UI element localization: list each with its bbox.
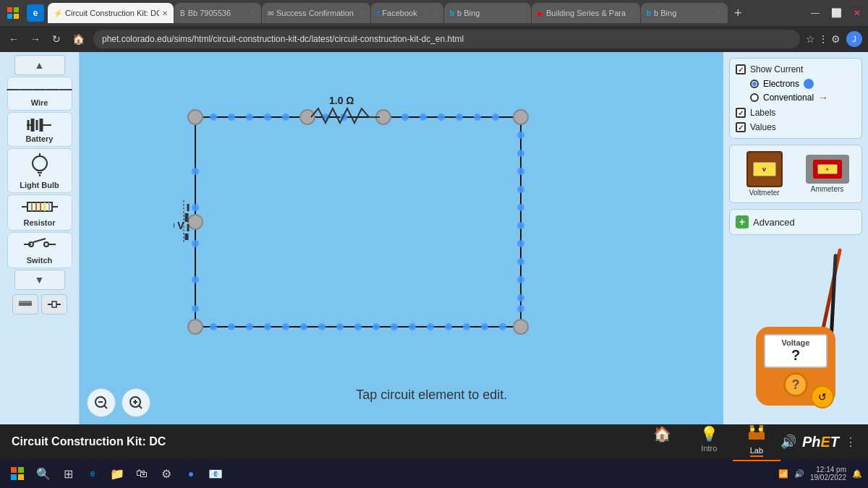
taskbar-task-view[interactable]: ⊞ (58, 463, 78, 484)
favorites-button[interactable]: ☆ (806, 33, 815, 45)
svg-point-70 (373, 323, 380, 330)
tab-close-bing2[interactable]: ✕ (716, 9, 722, 17)
svg-point-50 (517, 132, 524, 139)
tab-label-building: Building Series & Parallel Circ... (546, 9, 626, 17)
tab-facebook[interactable]: f Facebook ✕ (371, 3, 443, 23)
ammeters-item[interactable]: A Ammeters (799, 155, 856, 193)
svg-rect-111 (11, 474, 17, 480)
tab-close-fb[interactable]: ✕ (432, 9, 438, 17)
show-current-row[interactable]: Show Current (736, 64, 856, 74)
tab-favicon-building: ▶ (537, 9, 543, 17)
sound-icon[interactable]: 🔊 (780, 434, 796, 450)
voltmeter-item[interactable]: V Voltmeter (736, 151, 793, 197)
taskbar-edge[interactable]: e (82, 463, 103, 484)
zoom-in-button[interactable] (122, 388, 150, 417)
tab-close-success[interactable]: ✕ (359, 9, 365, 17)
taskbar-search-button[interactable]: 🔍 (33, 463, 54, 484)
scroll-up-button[interactable]: ▲ (14, 55, 65, 75)
app-title: Circuit Construction Kit: DC (12, 435, 639, 448)
tab-bing1[interactable]: b b Bing ✕ (444, 3, 531, 23)
lab-label: Lab (750, 446, 763, 457)
conventional-radio[interactable] (750, 93, 759, 102)
profile-avatar[interactable]: J (846, 31, 862, 47)
taskbar-files[interactable]: 📁 (107, 463, 127, 484)
tab-close-bb[interactable]: ✕ (250, 9, 255, 17)
battery-icon (27, 117, 53, 133)
labels-checkbox[interactable] (736, 108, 746, 118)
address-input[interactable] (93, 30, 800, 48)
more-button[interactable]: ⋮ (845, 435, 856, 449)
svg-point-51 (517, 150, 524, 157)
lab-icon (747, 425, 766, 445)
switch-icon (24, 237, 56, 254)
taskbar-start-button[interactable] (6, 462, 29, 485)
bottom-tab-home[interactable]: 🏠 (639, 422, 686, 461)
electrons-label: Electrons (763, 79, 799, 89)
minimize-button[interactable]: — (807, 7, 824, 20)
home-button[interactable]: 🏠 (69, 32, 88, 46)
sidebar-item-wire[interactable]: ————— Wire (7, 77, 72, 111)
vm-center-button[interactable]: ? (783, 372, 808, 397)
tab-close-bing1[interactable]: ✕ (519, 9, 525, 17)
show-current-checkbox[interactable] (736, 64, 746, 74)
conventional-radio-row[interactable]: Conventional → (750, 92, 856, 103)
close-window-button[interactable]: ✕ (849, 7, 865, 20)
sidebar-item-switch[interactable]: Switch (7, 232, 72, 268)
svg-point-71 (391, 323, 398, 330)
svg-point-59 (517, 294, 524, 301)
tab-close-building[interactable]: ✕ (629, 9, 634, 17)
advanced-box[interactable]: + Advanced (729, 209, 862, 235)
ammeter-screen: A (817, 164, 838, 174)
windows-icon[interactable] (3, 3, 23, 23)
collections-button[interactable]: ⋮ (818, 33, 828, 45)
bottom-tab-lab[interactable]: Lab (733, 422, 780, 461)
vm-controls: ? ↺ (762, 372, 830, 397)
sidebar-item-resistor[interactable]: Resistor (7, 194, 72, 231)
tab-bing2[interactable]: b b Bing ✕ (641, 3, 728, 23)
sidebar-item-lightbulb[interactable]: Light Bulb (7, 148, 72, 193)
tab-circuit-kit[interactable]: ⚡ Circuit Construction Kit: DC ✕ (48, 3, 174, 23)
svg-point-39 (246, 114, 253, 121)
forward-button[interactable]: → (27, 32, 43, 46)
svg-point-46 (438, 114, 445, 121)
svg-point-74 (445, 323, 452, 330)
refresh-button[interactable]: ↻ (49, 32, 64, 46)
tab-bb[interactable]: B Bb 7905536 ✕ (174, 3, 261, 23)
tab-success[interactable]: ✉ Success Confirmation of Que... ✕ (262, 3, 370, 23)
taskbar-store[interactable]: 🛍 (132, 463, 152, 484)
taskbar-settings[interactable]: ⚙ (156, 463, 176, 484)
labels-row[interactable]: Labels (736, 108, 856, 118)
vm-refresh-button[interactable]: ↺ (811, 385, 834, 408)
tab-close-circuit[interactable]: ✕ (162, 9, 168, 17)
svg-point-76 (481, 323, 488, 330)
zoom-out-button[interactable] (87, 388, 116, 417)
svg-text:1.0 V: 1.0 V (174, 220, 184, 231)
sidebar-item-battery[interactable]: Battery (7, 112, 72, 147)
canvas-area[interactable]: 1.0 V 1.0 Ω Tap circuit element to edit. (80, 52, 723, 424)
maximize-button[interactable]: ⬜ (827, 7, 846, 20)
scroll-down-button[interactable]: ▼ (14, 270, 65, 290)
settings-button[interactable]: ⚙ (831, 33, 841, 45)
svg-point-77 (499, 323, 506, 330)
svg-point-54 (517, 204, 524, 211)
edge-icon[interactable]: e (27, 4, 44, 22)
address-actions: ☆ ⋮ ⚙ (806, 33, 841, 45)
grab-tool-button[interactable] (12, 294, 38, 314)
add-tab-button[interactable]: + (728, 6, 748, 21)
back-button[interactable]: ← (6, 32, 22, 46)
electrons-radio[interactable] (750, 80, 759, 88)
tab-building[interactable]: ▶ Building Series & Parallel Circ... ✕ (532, 3, 640, 23)
bottom-tab-intro[interactable]: 💡 Intro (686, 422, 733, 461)
tab-bar: e ⚡ Circuit Construction Kit: DC ✕ B Bb … (0, 0, 868, 26)
wire-tool-button[interactable] (41, 294, 67, 314)
svg-point-86 (188, 320, 203, 334)
electrons-radio-row[interactable]: Electrons (750, 79, 856, 89)
sidebar: ▲ ————— Wire Battery (0, 52, 80, 424)
svg-point-47 (456, 114, 463, 121)
values-row[interactable]: Values (736, 122, 856, 132)
taskbar-chrome[interactable]: ● (181, 463, 201, 484)
taskbar-notification-icon[interactable]: 🔔 (852, 469, 862, 479)
taskbar-more[interactable]: 📧 (205, 463, 226, 484)
values-checkbox[interactable] (736, 122, 746, 132)
svg-point-64 (264, 323, 271, 330)
